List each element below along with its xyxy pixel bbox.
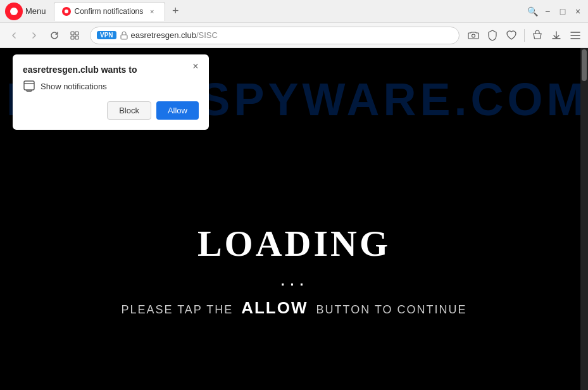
menu-label[interactable]: Menu (25, 6, 46, 16)
address-text: easretresgen.club/SISC (131, 30, 218, 40)
page-content: MYANTISPYWARE.COM LOADING ... PLEASE TAP… (0, 48, 588, 390)
svg-rect-3 (75, 36, 78, 39)
forward-button[interactable] (25, 27, 43, 44)
loading-heading: LOADING (121, 222, 466, 265)
tab-title: Confirm notifications (75, 7, 144, 16)
search-btn[interactable]: 🔍 (527, 6, 537, 16)
new-tab-button[interactable]: + (166, 3, 184, 20)
download-button[interactable] (549, 28, 564, 43)
back-button[interactable] (5, 27, 23, 44)
reload-button[interactable] (46, 27, 63, 44)
nav-actions (466, 28, 583, 43)
notification-icon (23, 80, 35, 92)
tab-bar: Confirm notifications × + (54, 0, 522, 23)
subtitle-pre: PLEASE TAP THE (121, 303, 233, 316)
loading-dots: ... (121, 267, 466, 291)
active-tab[interactable]: Confirm notifications × (54, 2, 166, 21)
popup-notification-row: Show notifications (23, 80, 199, 92)
title-bar: Menu Confirm notifications × + 🔍 − □ × (0, 0, 588, 23)
popup-title: easretresgen.club wants to (23, 65, 199, 75)
heart-button[interactable] (504, 28, 519, 43)
popup-description: Show notifications (41, 82, 107, 91)
vpn-badge: VPN (97, 31, 116, 39)
camera-button[interactable] (466, 28, 481, 43)
popup-buttons: Block Allow (23, 101, 199, 120)
svg-rect-6 (24, 81, 34, 90)
maximize-btn[interactable]: □ (558, 6, 568, 16)
window-controls: 🔍 − □ × (527, 6, 583, 16)
bag-button[interactable] (530, 28, 545, 43)
svg-point-5 (472, 34, 475, 37)
address-bar[interactable]: VPN easretresgen.club/SISC (90, 27, 460, 44)
tab-close-btn[interactable]: × (147, 6, 157, 16)
notification-popup: × easretresgen.club wants to Show notifi… (13, 54, 209, 130)
divider (524, 29, 525, 42)
popup-close-button[interactable]: × (189, 60, 203, 73)
browser-window: Menu Confirm notifications × + 🔍 − □ × (0, 0, 588, 390)
scrollbar-thumb[interactable] (582, 49, 587, 81)
subtitle-allow: ALLOW (241, 298, 308, 317)
svg-rect-0 (71, 32, 74, 35)
close-btn[interactable]: × (573, 6, 583, 16)
opera-logo[interactable] (5, 3, 23, 20)
loading-subtitle: PLEASE TAP THE ALLOW BUTTON TO CONTINUE (121, 298, 466, 318)
shield-button[interactable] (485, 28, 500, 43)
allow-button[interactable]: Allow (156, 101, 199, 120)
svg-rect-2 (71, 36, 74, 39)
minimize-btn[interactable]: − (542, 6, 553, 16)
url-path: /SISC (196, 30, 218, 40)
nav-bar: VPN easretresgen.club/SISC (0, 23, 588, 48)
tab-favicon (62, 7, 71, 16)
svg-rect-4 (121, 35, 127, 39)
tabs-button[interactable] (66, 27, 84, 44)
hamburger-menu[interactable] (568, 28, 583, 43)
subtitle-post: BUTTON TO CONTINUE (316, 303, 467, 316)
domain: easretresgen.club (131, 30, 196, 40)
block-button[interactable]: Block (107, 101, 151, 120)
svg-rect-1 (75, 32, 78, 35)
scrollbar[interactable] (580, 48, 588, 390)
